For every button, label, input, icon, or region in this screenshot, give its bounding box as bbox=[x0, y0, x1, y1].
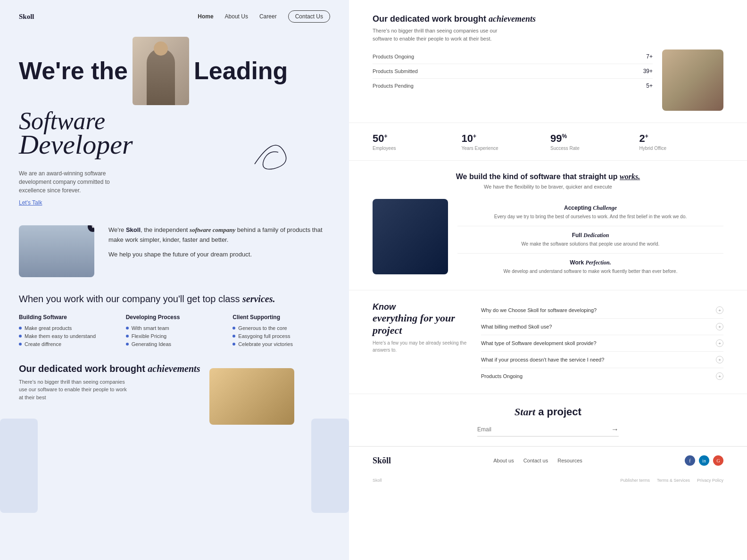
achievements-with-image: Products Ongoing 7+ Products Submitted 3… bbox=[373, 49, 723, 111]
service-col-client: Client Supporting Generous to the core E… bbox=[232, 314, 330, 349]
right-panel: Our dedicated work brought achievements … bbox=[349, 0, 747, 560]
service-col-building: Building Software Make great products Ma… bbox=[19, 314, 116, 349]
hero-section: We're the Leading Software Developer We … bbox=[0, 23, 349, 206]
faq-question-1: Why do we Choose Skoll for software deve… bbox=[481, 307, 597, 313]
faq-question-2: What billing method Skoll use? bbox=[481, 324, 552, 329]
stat-label-pending: Products Pending bbox=[373, 83, 414, 89]
right-achievements-section: Our dedicated work brought achievements … bbox=[349, 0, 747, 123]
footer-about-link[interactable]: About us bbox=[493, 458, 514, 463]
bullet-icon bbox=[126, 327, 129, 329]
number-employees: 50+ Employees bbox=[373, 132, 457, 151]
faq-expand-icon-4: + bbox=[716, 356, 723, 363]
facebook-icon[interactable]: f bbox=[685, 455, 695, 466]
stat-value-submitted: 39+ bbox=[643, 68, 653, 74]
hero-line1: We're the bbox=[19, 58, 128, 84]
faq-section: Know everything for your project Here's … bbox=[349, 290, 747, 394]
achievements-bottom-desc: There's no bigger thrill than seeing com… bbox=[19, 378, 132, 402]
numbers-row: 50+ Employees 10+ Years Experience 99% S… bbox=[349, 123, 747, 161]
stat-row-pending: Products Pending 5+ bbox=[373, 79, 653, 93]
nav-contact-button[interactable]: Contact Us bbox=[288, 10, 330, 23]
faq-item-4[interactable]: What if your process doesn't have the se… bbox=[481, 352, 723, 368]
google-icon[interactable]: G bbox=[713, 455, 723, 466]
hero-person-image bbox=[133, 37, 189, 105]
work-item-perfection: Work Perfection. We develop and understa… bbox=[457, 254, 723, 280]
footer-contact-link[interactable]: Contact us bbox=[523, 458, 548, 463]
faq-expand-icon-2: + bbox=[716, 323, 723, 330]
faq-expand-icon-5: + bbox=[716, 372, 723, 380]
service-col-client-title: Client Supporting bbox=[232, 314, 330, 321]
footer-terms-services[interactable]: Terms & Services bbox=[657, 478, 690, 483]
list-item: Generous to the core bbox=[232, 325, 330, 331]
list-item: Create diffrence bbox=[19, 341, 116, 347]
service-col-developing: Developing Process With smart team Flexi… bbox=[126, 314, 224, 349]
faq-item-2[interactable]: What billing method Skoll use? + bbox=[481, 319, 723, 335]
achievements-bottom-row: Our dedicated work brought achievements … bbox=[19, 363, 330, 425]
services-grid: Building Software Make great products Ma… bbox=[19, 314, 330, 349]
stat-label-submitted: Products Submitted bbox=[373, 68, 418, 74]
footer-bottom: Skoll Publisher terms Terms & Services P… bbox=[349, 474, 747, 486]
work-person-image bbox=[373, 199, 448, 274]
nav-about[interactable]: About Us bbox=[225, 13, 248, 20]
bullet-icon bbox=[232, 343, 235, 346]
about-subtext: We help you shape the future of your dre… bbox=[108, 250, 330, 260]
about-text: We're Skoll, the independent software co… bbox=[108, 225, 330, 259]
email-submit-arrow[interactable]: → bbox=[611, 425, 619, 434]
services-title: When you work with our company you'll ge… bbox=[19, 294, 330, 305]
nav-logo: Skoll bbox=[19, 13, 34, 21]
footer-publisher-terms[interactable]: Publisher terms bbox=[620, 478, 650, 483]
work-item-challenge-desc: Every day we try to bring the best of ou… bbox=[457, 213, 723, 220]
number-success: 99% Success Rate bbox=[550, 132, 635, 151]
linkedin-icon[interactable]: in bbox=[699, 455, 709, 466]
faq-expand-icon-1: + bbox=[716, 306, 723, 314]
start-project-section: Start a project → bbox=[349, 394, 747, 446]
stat-value-pending: 5+ bbox=[646, 82, 653, 89]
faq-question-5: Products Ongoing bbox=[481, 373, 523, 379]
list-item: With smart team bbox=[126, 325, 224, 331]
footer: Skŏll About us Contact us Resources f in… bbox=[349, 446, 747, 474]
work-features: Accepting Challenge Every day we try to … bbox=[373, 199, 723, 280]
footer-socials: f in G bbox=[685, 455, 723, 466]
faq-question-4: What if your process doesn't have the se… bbox=[481, 357, 604, 362]
nav-home[interactable]: Home bbox=[198, 13, 213, 20]
about-section: ★ We're Skoll, the independent software … bbox=[0, 206, 349, 277]
bullet-icon bbox=[126, 335, 129, 338]
number-hybrid-label: Hybrid Office bbox=[639, 146, 724, 151]
achievements-stats: Products Ongoing 7+ Products Submitted 3… bbox=[373, 49, 653, 93]
achievements-bottom-title: Our dedicated work brought achievements bbox=[19, 363, 200, 374]
faq-question-3: What type of Software development skoll … bbox=[481, 340, 597, 346]
achievements-team-photo bbox=[662, 49, 723, 111]
hero-line3: Developer bbox=[19, 129, 133, 160]
service-col-client-list: Generous to the core Easygoing full proc… bbox=[232, 325, 330, 347]
footer-resources-link[interactable]: Resources bbox=[557, 458, 582, 463]
faq-item-3[interactable]: What type of Software development skoll … bbox=[481, 335, 723, 352]
right-achievements-title: Our dedicated work brought achievements bbox=[373, 14, 723, 24]
nav-career[interactable]: Career bbox=[259, 13, 277, 20]
faq-desc: Here's a few you may be already seeking … bbox=[373, 339, 467, 354]
list-item: Flexible Pricing bbox=[126, 333, 224, 339]
number-experience: 10+ Years Experience bbox=[462, 132, 546, 151]
works-title: We build the kind of software that strai… bbox=[373, 173, 723, 181]
bg-decoration-left bbox=[0, 419, 38, 513]
start-project-title: Start a project bbox=[373, 406, 723, 418]
email-input[interactable] bbox=[477, 426, 611, 433]
number-employees-value: 50+ bbox=[373, 132, 457, 145]
works-subtitle: We have the flexibility to be braver, qu… bbox=[373, 184, 723, 189]
faq-item-1[interactable]: Why do we Choose Skoll for software deve… bbox=[481, 302, 723, 319]
list-item: Celebrate your victories bbox=[232, 341, 330, 347]
bullet-icon bbox=[19, 327, 22, 329]
stat-row-submitted: Products Submitted 39+ bbox=[373, 64, 653, 79]
list-item: Make them easy to understand bbox=[19, 333, 116, 339]
hero-line2: Leading bbox=[194, 58, 288, 84]
hero-cta-link[interactable]: Let's Talk bbox=[19, 199, 42, 206]
work-list: Accepting Challenge Every day we try to … bbox=[457, 199, 723, 280]
footer-privacy-policy[interactable]: Privacy Policy bbox=[697, 478, 723, 483]
stat-value-ongoing: 7+ bbox=[646, 53, 653, 60]
stat-row-ongoing: Products Ongoing 7+ bbox=[373, 49, 653, 64]
number-employees-label: Employees bbox=[373, 146, 457, 151]
faq-item-5[interactable]: Products Ongoing + bbox=[481, 368, 723, 384]
number-success-label: Success Rate bbox=[550, 146, 635, 151]
footer-links: About us Contact us Resources bbox=[493, 458, 582, 463]
work-item-dedication-title: Full Dedication bbox=[457, 232, 723, 239]
footer-copyright: Skoll bbox=[373, 478, 382, 483]
stat-label-ongoing: Products Ongoing bbox=[373, 54, 414, 59]
